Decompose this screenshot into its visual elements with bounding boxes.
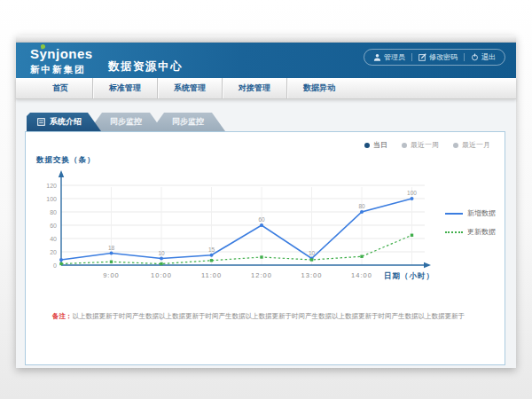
svg-text:100: 100 — [46, 196, 57, 202]
edit-icon — [419, 53, 426, 61]
logout-button[interactable]: 退出 — [465, 52, 502, 62]
app-window: Synjones 新中新集团 数据资源中心 管理员 修改密码 — [16, 35, 516, 368]
time-range-options: 当日 最近一周 最近一月 — [364, 140, 490, 150]
change-password-button[interactable]: 修改密码 — [412, 52, 464, 62]
svg-text:120: 120 — [46, 183, 57, 189]
svg-text:日期（小时）: 日期（小时） — [384, 271, 434, 280]
tab-sync-monitor-2[interactable]: 同步监控 — [151, 113, 225, 131]
tab-system-intro[interactable]: 系统介绍 — [27, 113, 101, 131]
logout-label: 退出 — [481, 52, 496, 62]
tab-sync-monitor-1[interactable]: 同步监控 — [89, 113, 163, 131]
legend-line-sample — [445, 213, 463, 215]
data-exchange-chart-svg: 0204060801001209:0010:0011:0012:0013:001… — [36, 166, 444, 286]
content-panel: 当日 最近一周 最近一月 数据交换（条） 0204060801001209:00… — [25, 131, 505, 365]
legend-item-updated-data[interactable]: 更新数据 — [445, 227, 496, 237]
svg-text:100: 100 — [407, 190, 417, 196]
svg-text:40: 40 — [50, 236, 57, 242]
data-exchange-chart: 0204060801001209:0010:0011:0012:0013:001… — [36, 166, 444, 286]
user-toolbar: 管理员 修改密码 退出 — [364, 49, 505, 66]
logo-company-text: 新中新集团 — [30, 64, 86, 74]
page-title: 数据资源中心 — [108, 59, 183, 74]
radio-icon — [402, 143, 407, 148]
nav-item-system-management[interactable]: 系统管理 — [158, 78, 222, 98]
range-option-label: 最近一周 — [411, 140, 439, 150]
logo-brand-text: Synjones — [30, 47, 93, 60]
range-option-today[interactable]: 当日 — [364, 140, 387, 150]
main-nav: 首页 标准管理 系统管理 对接管理 数据异动 — [16, 78, 516, 99]
remark-prefix: 备注： — [52, 312, 73, 320]
current-user-label: 管理员 — [384, 52, 405, 62]
svg-text:60: 60 — [258, 216, 265, 223]
range-option-last-month[interactable]: 最近一月 — [453, 140, 490, 150]
document-icon — [37, 118, 45, 126]
remark-text: 以上数据更新于时间产生数据以上数据更新于时间产生数据以上数据更新于时间产生数据以… — [73, 312, 466, 320]
radio-icon — [453, 143, 458, 148]
legend-item-new-data[interactable]: 新增数据 — [445, 208, 496, 218]
company-logo[interactable]: Synjones 新中新集团 — [30, 47, 93, 76]
chart-legend: 新增数据 更新数据 — [445, 208, 496, 237]
change-password-label: 修改密码 — [429, 52, 458, 62]
legend-label: 更新数据 — [467, 227, 496, 237]
nav-item-home[interactable]: 首页 — [28, 78, 92, 98]
tab-label: 同步监控 — [172, 116, 204, 128]
window-top-strip — [16, 35, 516, 43]
svg-text:14:00: 14:00 — [351, 271, 372, 279]
svg-text:20: 20 — [50, 249, 57, 255]
tab-label: 系统介绍 — [50, 116, 82, 128]
tab-label: 同步监控 — [110, 116, 142, 128]
app-header: Synjones 新中新集团 数据资源中心 管理员 修改密码 — [16, 43, 516, 78]
range-option-last-week[interactable]: 最近一周 — [402, 140, 439, 150]
range-option-label: 最近一月 — [462, 140, 490, 150]
remark-note: 备注：以上数据更新于时间产生数据以上数据更新于时间产生数据以上数据更新于时间产生… — [52, 312, 465, 321]
svg-text:9:00: 9:00 — [103, 271, 120, 279]
current-user-button[interactable]: 管理员 — [367, 52, 411, 62]
legend-line-sample — [445, 231, 463, 233]
user-icon — [373, 53, 381, 61]
svg-text:10: 10 — [309, 250, 316, 256]
svg-text:18: 18 — [108, 245, 115, 251]
svg-text:10: 10 — [158, 250, 165, 256]
range-option-label: 当日 — [373, 140, 387, 150]
chart-y-axis-title: 数据交换（条） — [36, 155, 96, 166]
svg-text:10:00: 10:00 — [151, 271, 172, 279]
svg-text:11:00: 11:00 — [201, 271, 222, 279]
radio-selected-icon — [364, 143, 370, 148]
legend-label: 新增数据 — [467, 208, 496, 218]
svg-text:0: 0 — [53, 262, 57, 269]
svg-text:13:00: 13:00 — [301, 271, 323, 279]
svg-text:15: 15 — [208, 246, 215, 253]
svg-text:60: 60 — [50, 223, 57, 229]
power-icon — [471, 53, 479, 61]
svg-text:80: 80 — [50, 209, 57, 215]
nav-item-docking-management[interactable]: 对接管理 — [223, 78, 286, 98]
tab-bar: 系统介绍 同步监控 同步监控 — [27, 113, 225, 131]
nav-item-standard-management[interactable]: 标准管理 — [93, 78, 157, 98]
svg-text:12:00: 12:00 — [251, 271, 272, 279]
nav-item-data-change[interactable]: 数据异动 — [287, 78, 351, 98]
svg-text:80: 80 — [358, 203, 365, 209]
